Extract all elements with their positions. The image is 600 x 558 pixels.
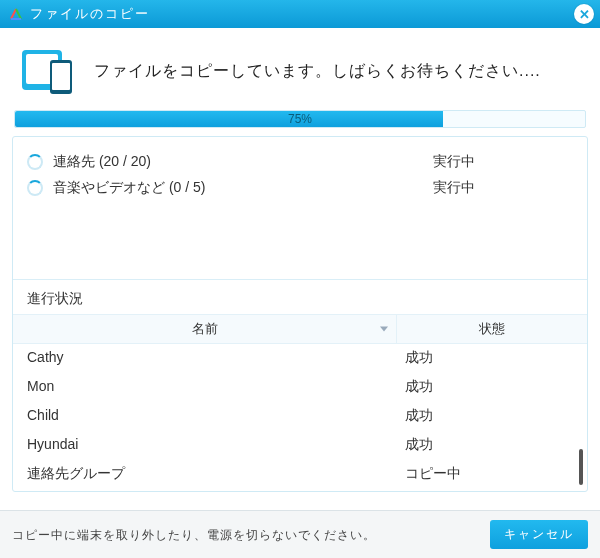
app-icon <box>8 6 24 22</box>
sort-caret-icon <box>380 327 388 332</box>
task-status: 実行中 <box>433 179 573 197</box>
tasks-list: 連絡先 (20 / 20) 実行中 音楽やビデオなど (0 / 5) 実行中 <box>13 137 587 279</box>
spinner-icon <box>27 154 43 170</box>
footer: コピー中に端末を取り外したり、電源を切らないでください。 キャンセル <box>0 510 600 558</box>
table-row: Mon 成功 <box>13 373 587 402</box>
table-row: 連絡先グループ コピー中 <box>13 460 587 489</box>
cancel-button[interactable]: キャンセル <box>490 520 588 549</box>
section-title: 進行状況 <box>13 280 587 314</box>
devices-icon <box>16 48 76 94</box>
spinner-icon <box>27 180 43 196</box>
table-row: Child 成功 <box>13 402 587 431</box>
cell-status: 成功 <box>397 378 587 396</box>
task-status: 実行中 <box>433 153 573 171</box>
close-icon: ✕ <box>579 7 590 22</box>
page-heading: ファイルをコピーしています。しばらくお待ちください.... <box>94 61 541 82</box>
cell-name: Mon <box>13 378 397 396</box>
task-row: 音楽やビデオなど (0 / 5) 実行中 <box>27 175 573 201</box>
table-body[interactable]: Cathy 成功 Mon 成功 Child 成功 Hyundai 成功 連絡先グ… <box>13 344 587 491</box>
content-area: ファイルをコピーしています。しばらくお待ちください.... 75% 連絡先 (2… <box>0 28 600 492</box>
cell-status: コピー中 <box>397 465 587 483</box>
progress-label: 75% <box>15 111 585 127</box>
window-title: ファイルのコピー <box>30 5 574 23</box>
task-name: 音楽やビデオなど (0 / 5) <box>53 179 433 197</box>
cell-status: 成功 <box>397 349 587 367</box>
column-name-label: 名前 <box>192 321 218 336</box>
column-status-header[interactable]: 状態 <box>397 315 587 343</box>
task-row: 連絡先 (20 / 20) 実行中 <box>27 149 573 175</box>
cell-name: Child <box>13 407 397 425</box>
cell-status: 成功 <box>397 407 587 425</box>
titlebar: ファイルのコピー ✕ <box>0 0 600 28</box>
progress-table: 名前 状態 Cathy 成功 Mon 成功 Child 成功 <box>13 314 587 491</box>
table-row: Hyundai 成功 <box>13 431 587 460</box>
footer-message: コピー中に端末を取り外したり、電源を切らないでください。 <box>12 526 490 544</box>
cell-status: 成功 <box>397 436 587 454</box>
column-status-label: 状態 <box>479 321 505 336</box>
cell-name: Hyundai <box>13 436 397 454</box>
details-panel: 連絡先 (20 / 20) 実行中 音楽やビデオなど (0 / 5) 実行中 進… <box>12 136 588 492</box>
close-button[interactable]: ✕ <box>574 4 594 24</box>
header-row: ファイルをコピーしています。しばらくお待ちください.... <box>12 38 588 110</box>
table-header: 名前 状態 <box>13 314 587 344</box>
table-row: Cathy 成功 <box>13 344 587 373</box>
cell-name: 連絡先グループ <box>13 465 397 483</box>
task-name: 連絡先 (20 / 20) <box>53 153 433 171</box>
progress-bar: 75% <box>14 110 586 128</box>
scrollbar-thumb[interactable] <box>579 449 583 485</box>
cell-name: Cathy <box>13 349 397 367</box>
column-name-header[interactable]: 名前 <box>13 315 397 343</box>
